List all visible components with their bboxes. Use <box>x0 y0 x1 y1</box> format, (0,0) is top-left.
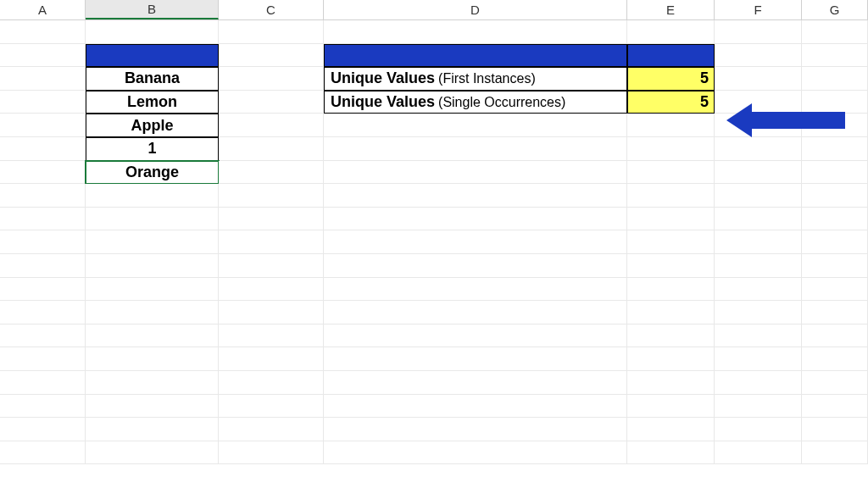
col-header-F[interactable]: F <box>715 0 802 19</box>
cell-C5[interactable] <box>219 114 324 137</box>
cell-F11[interactable] <box>715 254 802 278</box>
cell-B13[interactable] <box>86 301 219 324</box>
cell-A8[interactable] <box>0 184 86 208</box>
cell-E1[interactable] <box>627 20 715 44</box>
cell-F17[interactable] <box>715 395 802 419</box>
cell-C14[interactable] <box>219 324 324 348</box>
cell-D7[interactable] <box>324 161 627 185</box>
cell-F1[interactable] <box>715 20 802 44</box>
cell-F8[interactable] <box>715 184 802 208</box>
cell-D15[interactable] <box>324 347 627 371</box>
cell-E4[interactable]: 5 <box>627 91 715 114</box>
cell-D18[interactable] <box>324 418 627 441</box>
cell-E11[interactable] <box>627 254 715 278</box>
cell-E10[interactable] <box>627 230 715 254</box>
cell-A11[interactable] <box>0 254 86 278</box>
cell-A13[interactable] <box>0 301 86 324</box>
cell-C18[interactable] <box>219 418 324 441</box>
cell-E5[interactable] <box>627 114 715 137</box>
cell-C15[interactable] <box>219 347 324 371</box>
cell-E14[interactable] <box>627 324 715 348</box>
cell-E15[interactable] <box>627 347 715 371</box>
cell-F7[interactable] <box>715 161 802 185</box>
cell-C7[interactable] <box>219 161 324 185</box>
cell-D13[interactable] <box>324 301 627 324</box>
cell-A16[interactable] <box>0 371 86 395</box>
cell-C11[interactable] <box>219 254 324 278</box>
cell-B2-header[interactable] <box>86 44 219 68</box>
cell-C19[interactable] <box>219 441 324 465</box>
cell-A3[interactable] <box>0 67 86 91</box>
col-header-C[interactable]: C <box>219 0 324 19</box>
cell-C10[interactable] <box>219 230 324 254</box>
cell-C1[interactable] <box>219 20 324 44</box>
cell-G15[interactable] <box>802 347 868 371</box>
cell-A18[interactable] <box>0 418 86 441</box>
cell-D17[interactable] <box>324 395 627 419</box>
cell-G17[interactable] <box>802 395 868 419</box>
cell-A19[interactable] <box>0 441 86 465</box>
cell-D8[interactable] <box>324 184 627 208</box>
cell-F3[interactable] <box>715 67 802 91</box>
cell-G12[interactable] <box>802 278 868 302</box>
cell-B7[interactable]: Orange <box>86 161 219 185</box>
cell-G18[interactable] <box>802 418 868 441</box>
cell-F18[interactable] <box>715 418 802 441</box>
cell-D11[interactable] <box>324 254 627 278</box>
cell-E12[interactable] <box>627 278 715 302</box>
cell-A10[interactable] <box>0 230 86 254</box>
cell-B17[interactable] <box>86 395 219 419</box>
cell-B8[interactable] <box>86 184 219 208</box>
col-header-B[interactable]: B <box>86 0 219 19</box>
cell-B3[interactable]: Banana <box>86 67 219 91</box>
cell-C12[interactable] <box>219 278 324 302</box>
cell-B11[interactable] <box>86 254 219 278</box>
cell-B18[interactable] <box>86 418 219 441</box>
cell-E6[interactable] <box>627 137 715 161</box>
cell-D19[interactable] <box>324 441 627 465</box>
cell-G1[interactable] <box>802 20 868 44</box>
cell-G14[interactable] <box>802 324 868 348</box>
cell-D16[interactable] <box>324 371 627 395</box>
cell-D3[interactable]: Unique Values (First Instances) <box>324 67 627 91</box>
cell-E8[interactable] <box>627 184 715 208</box>
cell-C17[interactable] <box>219 395 324 419</box>
cell-B19[interactable] <box>86 441 219 465</box>
cell-E19[interactable] <box>627 441 715 465</box>
cell-D9[interactable] <box>324 208 627 231</box>
cell-C13[interactable] <box>219 301 324 324</box>
cell-A9[interactable] <box>0 208 86 231</box>
cell-D1[interactable] <box>324 20 627 44</box>
cell-F10[interactable] <box>715 230 802 254</box>
cell-F2[interactable] <box>715 44 802 68</box>
col-header-G[interactable]: G <box>802 0 868 19</box>
cell-G9[interactable] <box>802 208 868 231</box>
cell-D6[interactable] <box>324 137 627 161</box>
cell-B5[interactable]: Apple <box>86 114 219 137</box>
cell-B9[interactable] <box>86 208 219 231</box>
cell-G16[interactable] <box>802 371 868 395</box>
cell-G10[interactable] <box>802 230 868 254</box>
cell-B12[interactable] <box>86 278 219 302</box>
cell-C16[interactable] <box>219 371 324 395</box>
cell-E18[interactable] <box>627 418 715 441</box>
cell-F12[interactable] <box>715 278 802 302</box>
cell-A4[interactable] <box>0 91 86 114</box>
cell-C4[interactable] <box>219 91 324 114</box>
cell-C9[interactable] <box>219 208 324 231</box>
cell-G2[interactable] <box>802 44 868 68</box>
cell-F14[interactable] <box>715 324 802 348</box>
cell-D14[interactable] <box>324 324 627 348</box>
cell-E3[interactable]: 5 <box>627 67 715 91</box>
cell-B1[interactable] <box>86 20 219 44</box>
cell-D12[interactable] <box>324 278 627 302</box>
cell-A6[interactable] <box>0 137 86 161</box>
cell-E9[interactable] <box>627 208 715 231</box>
cell-B14[interactable] <box>86 324 219 348</box>
cell-C8[interactable] <box>219 184 324 208</box>
col-header-A[interactable]: A <box>0 0 86 19</box>
cell-A1[interactable] <box>0 20 86 44</box>
cell-B4[interactable]: Lemon <box>86 91 219 114</box>
cell-E7[interactable] <box>627 161 715 185</box>
cell-B15[interactable] <box>86 347 219 371</box>
